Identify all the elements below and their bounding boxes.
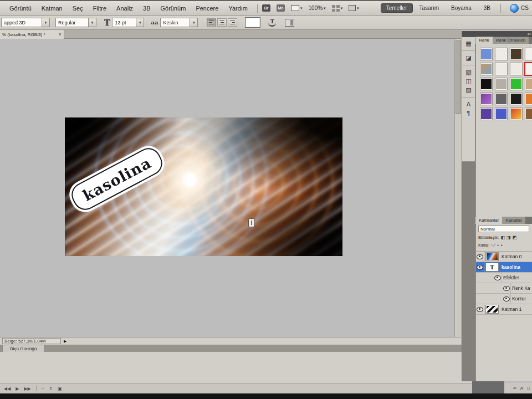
style-swatch-9[interactable] — [495, 78, 507, 90]
style-swatch-17[interactable] — [495, 108, 507, 120]
align-center-button[interactable] — [217, 18, 227, 27]
menu-item-7[interactable]: Pencere — [191, 5, 223, 12]
menu-item-8[interactable]: Yardım — [223, 5, 253, 12]
cs-live-button[interactable]: CS — [510, 4, 532, 13]
dock-header-bar[interactable]: ◂◂ — [462, 31, 532, 37]
lock-transparency-icon[interactable]: ▫ — [491, 243, 493, 248]
warp-text-button[interactable]: T — [267, 18, 277, 27]
style-swatch-2[interactable] — [510, 48, 522, 60]
layer-row-5[interactable]: Katman 1 — [476, 304, 532, 315]
new-layer-icon[interactable]: □ — [527, 386, 530, 391]
zoom-level-button[interactable]: 100%▾ — [309, 5, 326, 11]
styles-panel-icon[interactable]: ▨ — [466, 87, 471, 93]
style-swatch-4[interactable] — [480, 63, 492, 75]
chevron-down-icon: ▾ — [357, 6, 359, 11]
step-back-icon[interactable]: ◀◀ — [4, 386, 11, 391]
link-layers-icon[interactable]: ∞ — [513, 386, 516, 391]
style-swatch-1[interactable] — [495, 48, 507, 60]
layer-row-4[interactable]: Kontur — [476, 294, 532, 304]
align-right-button[interactable] — [228, 18, 237, 27]
tab-katmanlar[interactable]: Katmanlar — [475, 217, 502, 224]
measurement-log-tab[interactable]: Ölçü Günlüğü — [2, 345, 44, 352]
masks-panel-icon[interactable]: ◫ — [466, 78, 471, 84]
histogram-panel-icon[interactable]: ▦ — [466, 40, 471, 47]
character-icon[interactable]: A — [520, 386, 523, 391]
menu-item-4[interactable]: Analiz — [111, 5, 138, 12]
menu-item-3[interactable]: Filtre — [88, 5, 111, 12]
close-icon[interactable]: × — [57, 32, 62, 37]
style-swatch-15[interactable] — [525, 93, 532, 105]
info-panel-icon[interactable]: ◪ — [466, 55, 471, 61]
layer-row-0[interactable]: Katman 0 — [476, 252, 532, 262]
vertical-scrollbar[interactable] — [454, 39, 461, 337]
workspace-button-temeller[interactable]: Temeller — [381, 3, 413, 13]
export-icon[interactable]: ↥ — [49, 386, 53, 391]
curve-icon[interactable]: ~ — [42, 386, 44, 391]
style-swatch-18[interactable] — [510, 108, 522, 120]
canvas-image[interactable]: kasolina — [65, 117, 342, 256]
toggle-panels-button[interactable] — [285, 19, 294, 27]
style-swatch-3[interactable] — [525, 48, 532, 60]
style-swatch-19[interactable] — [525, 108, 532, 120]
visibility-toggle[interactable] — [476, 304, 484, 314]
style-swatch-8[interactable] — [480, 78, 492, 90]
menu-item-2[interactable]: Seç — [68, 5, 88, 12]
font-family-select[interactable]: apped 3D ▼ — [1, 18, 50, 27]
anti-alias-select[interactable]: Keskin ▼ — [160, 18, 198, 27]
visibility-toggle[interactable] — [476, 252, 484, 262]
status-arrow-icon[interactable]: ▶ — [64, 339, 66, 344]
delete-icon[interactable]: ▣ — [58, 386, 62, 391]
layer-row-2[interactable]: Efektler — [476, 273, 532, 283]
style-swatch-10[interactable] — [510, 78, 522, 90]
visibility-toggle[interactable] — [494, 273, 502, 283]
layer-row-3[interactable]: Renk Ka — [476, 283, 532, 294]
workspace-button-tasarım[interactable]: Tasarım — [414, 3, 445, 13]
layer-row-1[interactable]: Tkasolina — [476, 262, 532, 273]
lock-paint-icon[interactable]: ∕ — [494, 243, 495, 248]
view-extras-button[interactable]: ▾ — [291, 5, 303, 11]
style-swatch-6[interactable] — [510, 63, 522, 75]
paragraph-panel-icon[interactable]: ¶ — [467, 110, 470, 116]
menu-item-1[interactable]: Katman — [37, 5, 68, 12]
style-swatch-7[interactable] — [525, 63, 532, 75]
workspace-button-boyama[interactable]: Boyama — [446, 3, 477, 13]
workspace-button-3b[interactable]: 3B — [478, 3, 496, 13]
tab-kanallar[interactable]: Kanallar — [502, 217, 525, 224]
lock-all-icon[interactable]: ▪ — [501, 243, 503, 248]
style-swatch-13[interactable] — [495, 93, 507, 105]
screen-mode-button[interactable]: ▾ — [349, 5, 359, 11]
blend-lock-2-icon[interactable]: ◨ — [507, 235, 511, 240]
tab-renk[interactable]: Renk — [475, 37, 493, 44]
adjustments-panel-icon[interactable]: ▧ — [466, 69, 471, 75]
style-swatch-16[interactable] — [480, 108, 492, 120]
character-panel-icon[interactable]: A — [467, 101, 470, 108]
font-size-select[interactable]: 13 pt ▼ — [112, 18, 144, 27]
blend-lock-3-icon[interactable]: ◩ — [513, 235, 517, 240]
menu-item-6[interactable]: Görünüm — [156, 5, 191, 12]
blend-mode-select[interactable]: Normal — [478, 226, 529, 232]
style-swatch-14[interactable] — [510, 93, 522, 105]
font-style-select[interactable]: Regular ▼ — [55, 18, 96, 27]
play-icon[interactable]: ▶ — [16, 386, 19, 391]
align-left-button[interactable] — [207, 18, 216, 27]
arrange-documents-button[interactable]: ▾ — [332, 5, 343, 12]
visibility-toggle[interactable] — [503, 283, 511, 293]
menu-item-0[interactable]: Görüntü — [4, 5, 37, 12]
menu-item-5[interactable]: 3B — [138, 5, 155, 12]
step-forward-icon[interactable]: ▶▶ — [24, 386, 30, 391]
document-tab[interactable]: % (kasolina, RGB/8) * × — [0, 30, 64, 39]
style-swatch-5[interactable] — [495, 63, 507, 75]
visibility-toggle[interactable] — [503, 294, 511, 304]
style-swatch-0[interactable] — [480, 48, 492, 60]
style-swatch-12[interactable] — [480, 93, 492, 105]
style-swatch-11[interactable] — [525, 78, 532, 90]
blend-lock-1-icon[interactable]: ◧ — [501, 235, 505, 240]
bridge-icon[interactable]: Br — [262, 4, 270, 12]
visibility-toggle[interactable] — [476, 262, 484, 272]
lock-position-icon[interactable]: + — [497, 243, 499, 248]
lock-label: Kilitle: — [478, 243, 489, 248]
tab-renk-ornekleri[interactable]: Renk Örnekleri — [493, 37, 529, 44]
scrollbar-thumb[interactable] — [456, 40, 461, 114]
text-color-swatch[interactable] — [245, 17, 260, 28]
mini-bridge-icon[interactable]: Mb — [277, 4, 285, 12]
